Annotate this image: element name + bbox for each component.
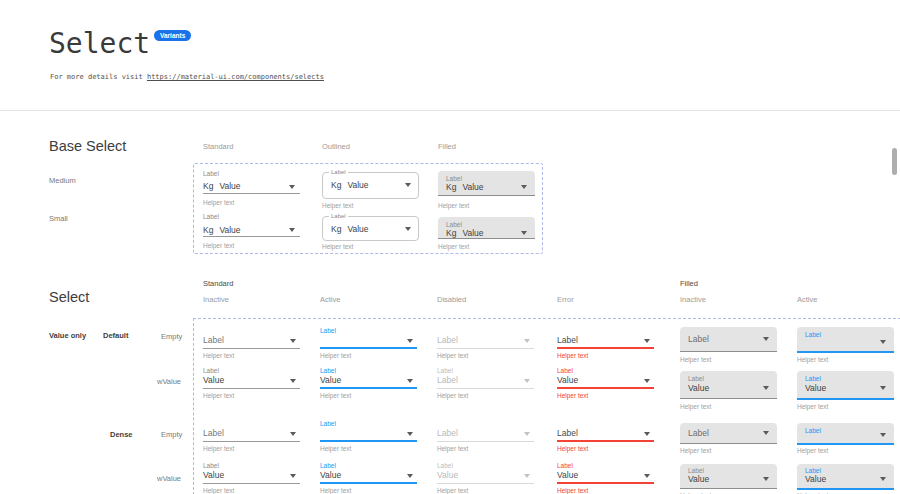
helper-text: Helper text [438, 202, 469, 209]
select-dense-standard-inactive-empty[interactable]: Label Helper text [203, 420, 300, 466]
select-dense-standard-error-wvalue[interactable]: Label Value Helper text [557, 462, 654, 494]
select-value: KgValue [446, 183, 484, 192]
helper-text: Helper text [797, 356, 828, 363]
docs-link[interactable]: https://material-ui.com/components/selec… [147, 73, 324, 81]
dropdown-caret-icon [763, 386, 769, 390]
dropdown-caret-icon [521, 231, 527, 235]
select-underline [203, 236, 300, 237]
select-value: KgValue [203, 182, 241, 191]
select-resting-label: Label [557, 336, 578, 345]
row-group-value-only: Value only [49, 331, 86, 340]
select-dense-standard-disabled-empty[interactable]: Label Helper text [437, 420, 534, 466]
row-label-dense-wvalue: wValue [157, 474, 181, 483]
select-value: Value [203, 376, 224, 385]
select-filled-box: Label [797, 327, 894, 353]
dropdown-caret-icon [644, 474, 650, 478]
dropdown-caret-icon [644, 339, 650, 343]
select-float-label: Label [320, 327, 336, 334]
select-underline [203, 348, 300, 349]
dropdown-caret-icon [289, 228, 295, 232]
select-dense-filled-active-empty[interactable]: Label Helper text [797, 420, 894, 466]
kg-adornment: Kg [331, 224, 341, 234]
select-dense-filled-inactive-wvalue[interactable]: Label Value Helper text [680, 462, 777, 494]
select-standard-error-wvalue[interactable]: Label Value Helper text [557, 367, 654, 413]
helper-text: Helper text [680, 403, 711, 410]
helper-text: Helper text [322, 202, 353, 209]
dropdown-caret-icon [763, 431, 769, 435]
value-text: Value [347, 180, 368, 190]
helper-text: Helper text [680, 356, 711, 363]
base-select-filled-medium[interactable]: Label KgValue Helper text [438, 170, 535, 216]
base-select-standard-small[interactable]: Label KgValue Helper text [203, 213, 300, 259]
select-filled-inactive-wvalue[interactable]: Label Value Helper text [680, 367, 777, 413]
dropdown-caret-icon [290, 474, 296, 478]
select-value: Value [437, 471, 458, 480]
dropdown-caret-icon [763, 337, 769, 341]
select-underline [203, 193, 300, 194]
select-resting-label: Label [557, 429, 578, 438]
select-dense-standard-inactive-wvalue[interactable]: Label Value Helper text [203, 462, 300, 494]
select-standard-disabled-wvalue[interactable]: Label Label Helper text [437, 367, 534, 413]
select-dense-standard-active-empty[interactable]: Label Helper text [320, 420, 417, 466]
value-text: Value [347, 224, 368, 234]
helper-text: Helper text [437, 487, 468, 494]
select-float-label: Label [557, 367, 573, 374]
group-header-standard: Standard [203, 279, 233, 288]
kg-adornment: Kg [446, 228, 456, 238]
scrollbar-thumb[interactable] [892, 148, 897, 175]
helper-text: Helper text [203, 199, 234, 206]
column-header-disabled: Disabled [437, 295, 466, 304]
select-value: Value [203, 471, 224, 480]
select-resting-label: Label [437, 429, 458, 438]
select-underline [320, 440, 417, 442]
select-resting-label: Label [688, 429, 709, 438]
select-float-label: Label [446, 175, 462, 182]
helper-text: Helper text [320, 445, 351, 452]
select-dense-standard-error-empty[interactable]: Label Helper text [557, 420, 654, 466]
select-underline [437, 441, 534, 442]
dropdown-caret-icon [405, 227, 411, 231]
select-value: Label [437, 376, 458, 385]
select-filled-active-wvalue[interactable]: Label Value Helper text [797, 367, 894, 413]
column-header-filled-inactive: Inactive [680, 295, 706, 304]
base-select-outlined-medium[interactable]: Label KgValue Helper text [322, 170, 419, 216]
select-standard-inactive-wvalue[interactable]: Label Value Helper text [203, 367, 300, 413]
select-float-label: Label [805, 427, 821, 434]
select-underline [557, 387, 654, 389]
select-float-label: Label [203, 213, 219, 220]
column-header-standard: Standard [203, 142, 233, 151]
select-float-label: Label [805, 467, 821, 474]
column-header-filled: Filled [438, 142, 456, 151]
select-float-label: Label [320, 367, 336, 374]
helper-text: Helper text [203, 392, 234, 399]
select-float-label: Label [805, 331, 821, 338]
row-label-default-wvalue: wValue [157, 377, 181, 386]
base-select-standard-medium[interactable]: Label KgValue Helper text [203, 170, 300, 216]
dropdown-caret-icon [407, 432, 413, 436]
helper-text: Helper text [438, 243, 469, 250]
helper-text: Helper text [203, 352, 234, 359]
select-dense-standard-disabled-wvalue[interactable]: Label Value Helper text [437, 462, 534, 494]
dropdown-caret-icon [880, 433, 886, 437]
select-float-label: Label [446, 221, 462, 228]
select-value: Value [688, 475, 709, 484]
select-float-label: Label [203, 367, 219, 374]
select-float-label: Label [688, 375, 704, 382]
column-header-error: Error [557, 295, 574, 304]
helper-text: Helper text [320, 352, 351, 359]
select-dense-filled-active-wvalue[interactable]: Label Value Helper text [797, 462, 894, 494]
dropdown-caret-icon [880, 386, 886, 390]
select-standard-active-wvalue[interactable]: Label Value Helper text [320, 367, 417, 413]
dropdown-caret-icon [880, 477, 886, 481]
base-select-filled-small[interactable]: Label KgValue Helper text [438, 213, 535, 259]
select-underline [437, 388, 534, 389]
dropdown-caret-icon [644, 379, 650, 383]
helper-text: Helper text [680, 447, 711, 454]
row-label-medium: Medium [49, 176, 76, 185]
select-filled-box: Label Value [797, 371, 894, 400]
base-select-outlined-small[interactable]: Label KgValue Helper text [322, 213, 419, 259]
select-dense-filled-inactive-empty[interactable]: Label Helper text [680, 420, 777, 466]
select-dense-standard-active-wvalue[interactable]: Label Value Helper text [320, 462, 417, 494]
group-header-filled: Filled [680, 279, 698, 288]
helper-text: Helper text [437, 352, 468, 359]
